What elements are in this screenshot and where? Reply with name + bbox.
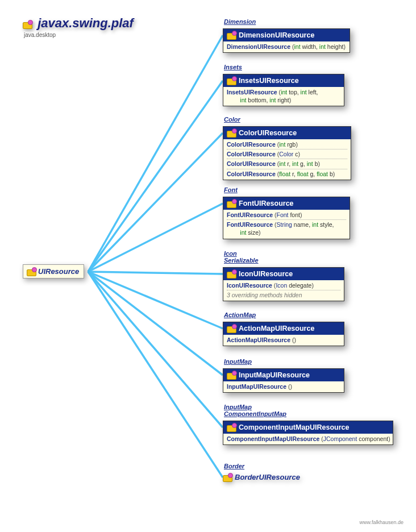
class-name: DimensionUIResource: [239, 31, 314, 39]
svg-line-6: [88, 272, 223, 375]
class-body: ColorUIResource (int rgb)ColorUIResource…: [223, 139, 351, 180]
class-node-dimension: DimensionUIResourceDimensionUIResource (…: [223, 28, 350, 53]
constructor-signature: ColorUIResource (int rgb): [227, 140, 347, 148]
class-node-inputmap: InputMapUIResourceInputMapUIResource (): [223, 368, 344, 393]
svg-line-1: [88, 81, 223, 272]
root-interface-node: UIResource: [23, 264, 84, 279]
svg-line-2: [88, 133, 223, 272]
constructor-signature: FontUIResource (String name, int style,: [227, 219, 346, 228]
constructor-signature: int size): [227, 228, 346, 236]
constructor-signature: ActionMapUIResource (): [227, 336, 340, 344]
constructor-signature: int bottom, int right): [227, 96, 340, 104]
hidden-methods-note: 3 overriding methods hidden: [227, 290, 340, 299]
class-header: FontUIResource: [223, 197, 350, 210]
constructor-signature: DimensionUIResource (int width, int heig…: [227, 43, 346, 51]
superclass-label: Insets: [224, 64, 242, 70]
package-title-text: javax.swing.plaf: [38, 16, 134, 30]
constructor-signature: InsetsUIResource (int top, int left,: [227, 88, 340, 96]
class-node-border: BorderUIResource: [223, 473, 300, 481]
class-name: BorderUIResource: [235, 473, 300, 481]
footer-credit: www.falkhausen.de: [359, 519, 403, 525]
class-body: IconUIResource (Icon delegate)3 overridi…: [223, 280, 344, 301]
class-header: InputMapUIResource: [223, 369, 344, 381]
svg-line-4: [88, 272, 223, 274]
class-icon: [223, 473, 232, 481]
class-body: InsetsUIResource (int top, int left, int…: [223, 87, 344, 106]
class-name: IconUIResource: [239, 270, 293, 278]
constructor-signature: ColorUIResource (float r, float g, float…: [227, 169, 347, 178]
module-label: java.desktop: [24, 32, 56, 38]
class-header: InsetsUIResource: [223, 74, 344, 87]
class-header: ColorUIResource: [223, 127, 351, 139]
class-body: InputMapUIResource (): [223, 381, 344, 392]
class-name: ActionMapUIResource: [239, 325, 314, 332]
svg-line-0: [88, 35, 223, 272]
superclass-label: ActionMap: [224, 311, 256, 318]
class-body: ActionMapUIResource (): [223, 335, 344, 346]
class-body: ComponentInputMapUIResource (JComponent …: [223, 434, 393, 444]
class-name: InsetsUIResource: [239, 77, 299, 85]
constructor-signature: ComponentInputMapUIResource (JComponent …: [227, 435, 389, 443]
class-header: DimensionUIResource: [223, 29, 350, 41]
package-title: javax.swing.plaf: [23, 16, 134, 31]
constructor-signature: InputMapUIResource (): [227, 383, 340, 390]
superclass-label: InputMapComponentInputMap: [224, 404, 286, 417]
interface-icon: [27, 268, 36, 276]
class-icon: [227, 325, 236, 332]
svg-line-8: [88, 272, 223, 477]
superclass-label: Dimension: [224, 18, 256, 25]
superclass-label: InputMap: [224, 358, 252, 365]
class-icon: [227, 77, 236, 85]
svg-line-7: [88, 272, 223, 427]
class-header: ComponentInputMapUIResource: [223, 421, 393, 434]
superclass-label: IconSerializable: [224, 250, 259, 264]
class-icon: [227, 129, 236, 137]
class-node-insets: InsetsUIResourceInsetsUIResource (int to…: [223, 74, 344, 106]
root-interface-label: UIResource: [38, 267, 79, 276]
constructor-signature: ColorUIResource (Color c): [227, 149, 347, 158]
class-node-font: FontUIResourceFontUIResource (Font font)…: [223, 197, 350, 239]
class-icon: [227, 371, 236, 379]
class-node-compinputmap: ComponentInputMapUIResourceComponentInpu…: [223, 421, 393, 445]
class-name: FontUIResource: [239, 200, 294, 207]
class-name: ComponentInputMapUIResource: [239, 423, 349, 431]
class-icon: [227, 423, 236, 431]
class-icon: [227, 270, 236, 278]
package-icon: [23, 20, 32, 28]
class-icon: [227, 200, 236, 207]
superclass-label: Font: [224, 186, 238, 193]
superclass-label: Border: [224, 463, 244, 469]
class-body: DimensionUIResource (int width, int heig…: [223, 41, 350, 52]
superclass-label: Color: [224, 116, 240, 123]
constructor-signature: ColorUIResource (int r, int g, int b): [227, 159, 347, 168]
class-node-actionmap: ActionMapUIResourceActionMapUIResource (…: [223, 322, 344, 346]
class-body: FontUIResource (Font font)FontUIResource…: [223, 210, 350, 239]
class-name: InputMapUIResource: [239, 371, 310, 379]
class-node-color: ColorUIResourceColorUIResource (int rgb)…: [223, 126, 351, 180]
class-header: ActionMapUIResource: [223, 322, 344, 335]
svg-line-3: [88, 203, 223, 272]
constructor-signature: IconUIResource (Icon delegate): [227, 281, 340, 289]
class-icon: [227, 31, 236, 39]
class-header: IconUIResource: [223, 268, 344, 280]
constructor-signature: FontUIResource (Font font): [227, 211, 346, 219]
svg-line-5: [88, 272, 223, 329]
class-name: ColorUIResource: [239, 129, 297, 137]
class-node-icon: IconUIResourceIconUIResource (Icon deleg…: [223, 267, 344, 301]
